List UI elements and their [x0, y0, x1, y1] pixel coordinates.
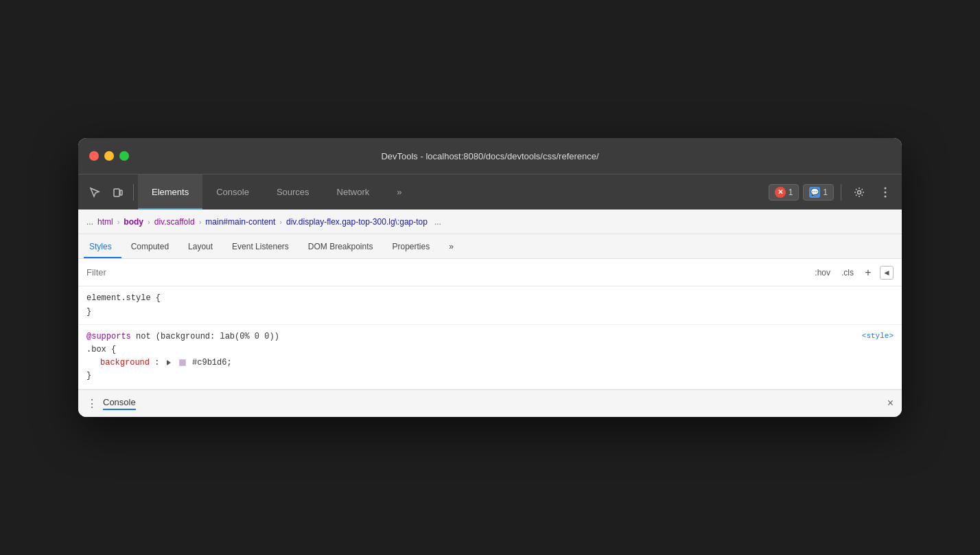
- more-icon[interactable]: [874, 181, 896, 203]
- console-menu-dots[interactable]: ⋮: [86, 397, 97, 410]
- tab-more[interactable]: »: [383, 174, 415, 209]
- device-icon[interactable]: [107, 181, 129, 203]
- new-style-rule-button[interactable]: +: [862, 267, 874, 279]
- background-prop[interactable]: background: [100, 358, 150, 367]
- maximize-button[interactable]: [119, 151, 129, 161]
- styles-panel: element.style { } <style> @supports not …: [78, 286, 902, 389]
- svg-rect-1: [120, 190, 122, 195]
- error-icon: ✕: [775, 187, 786, 198]
- settings-icon[interactable]: [848, 181, 870, 203]
- element-style-close: }: [86, 307, 91, 317]
- main-toolbar: Elements Console Sources Network » ✕ 1 💬: [78, 174, 902, 209]
- minimize-button[interactable]: [104, 151, 114, 161]
- panel-tabs: Styles Computed Layout Event Listeners D…: [78, 234, 902, 259]
- svg-point-2: [858, 190, 861, 194]
- supports-block: <style> @supports not (background: lab(0…: [78, 325, 902, 389]
- inspect-icon[interactable]: [84, 181, 106, 203]
- tab-panel-more[interactable]: »: [439, 234, 463, 258]
- breadcrumb-scaffold[interactable]: div.scaffold: [154, 217, 195, 227]
- titlebar: DevTools - localhost:8080/docs/devtools/…: [78, 138, 902, 174]
- tab-properties[interactable]: Properties: [383, 234, 440, 258]
- console-label[interactable]: Console: [103, 397, 136, 410]
- filter-bar: :hov .cls + ◄: [78, 259, 902, 286]
- at-supports-keyword: @supports: [86, 332, 131, 341]
- style-source-link[interactable]: <style>: [862, 330, 894, 343]
- breadcrumb-html[interactable]: html: [97, 217, 113, 227]
- console-bar: ⋮ Console ×: [78, 389, 902, 417]
- devtools-window: DevTools - localhost:8080/docs/devtools/…: [78, 138, 902, 416]
- tab-network[interactable]: Network: [323, 174, 384, 209]
- breadcrumb-div[interactable]: div.display-flex.gap-top-300.lg\:gap-top: [286, 217, 428, 227]
- tab-layout[interactable]: Layout: [178, 234, 222, 258]
- toggle-element-state-button[interactable]: ◄: [880, 266, 894, 280]
- tab-styles[interactable]: Styles: [84, 234, 121, 258]
- color-value[interactable]: #c9b1d6;: [192, 358, 232, 367]
- messages-badge-button[interactable]: 💬 1: [803, 184, 834, 201]
- box-selector[interactable]: .box {: [86, 345, 116, 354]
- toolbar-divider-2: [841, 184, 841, 201]
- window-title: DevTools - localhost:8080/docs/devtools/…: [381, 151, 598, 161]
- tab-elements[interactable]: Elements: [138, 174, 202, 209]
- svg-point-5: [885, 195, 887, 197]
- breadcrumb-dots-right[interactable]: ...: [434, 217, 441, 227]
- tab-console[interactable]: Console: [202, 174, 263, 209]
- tab-dom-breakpoints[interactable]: DOM Breakpoints: [299, 234, 383, 258]
- supports-close: }: [86, 371, 91, 381]
- element-style-block: element.style { }: [78, 286, 902, 324]
- breadcrumb-body[interactable]: body: [124, 217, 143, 227]
- svg-rect-0: [114, 189, 119, 196]
- tab-sources[interactable]: Sources: [263, 174, 323, 209]
- element-style-selector[interactable]: element.style {: [86, 293, 161, 303]
- traffic-lights: [89, 151, 129, 161]
- breadcrumb-main[interactable]: main#main-content: [205, 217, 275, 227]
- tab-event-listeners[interactable]: Event Listeners: [222, 234, 299, 258]
- at-supports-condition: not (background: lab(0% 0 0)): [136, 332, 279, 341]
- toolbar-divider: [133, 184, 134, 201]
- colon: :: [154, 358, 164, 367]
- breadcrumb-bar: ... html › body › div.scaffold › main#ma…: [78, 209, 902, 234]
- color-expand-triangle[interactable]: [167, 360, 171, 365]
- tab-computed[interactable]: Computed: [121, 234, 178, 258]
- message-icon: 💬: [809, 187, 820, 198]
- cls-button[interactable]: .cls: [839, 267, 856, 279]
- breadcrumb-dots-left[interactable]: ...: [86, 217, 93, 227]
- main-tab-bar: Elements Console Sources Network »: [138, 174, 767, 209]
- toolbar-right: ✕ 1 💬 1: [769, 181, 896, 203]
- close-button[interactable]: [89, 151, 99, 161]
- filter-input[interactable]: [86, 267, 806, 278]
- svg-point-4: [885, 191, 887, 193]
- close-console-button[interactable]: ×: [887, 397, 894, 409]
- filter-actions: :hov .cls + ◄: [812, 266, 894, 280]
- errors-badge-button[interactable]: ✕ 1: [769, 184, 800, 201]
- color-swatch[interactable]: [179, 359, 186, 366]
- svg-point-3: [885, 187, 887, 189]
- hov-button[interactable]: :hov: [812, 267, 833, 279]
